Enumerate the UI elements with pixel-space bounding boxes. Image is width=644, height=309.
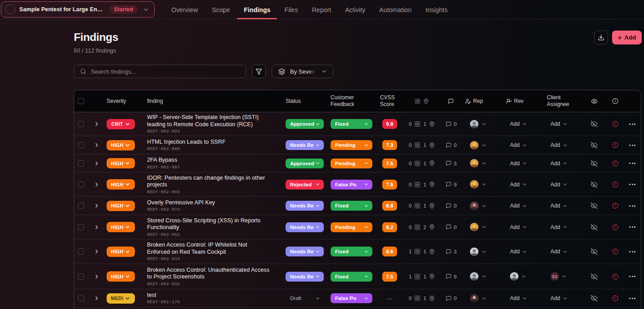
reviewer-add-dropdown[interactable]: Add <box>500 121 540 127</box>
tab-scope[interactable]: Scope <box>212 0 230 19</box>
alert-indicator[interactable] <box>606 248 626 255</box>
client-assignee-add-dropdown[interactable]: Add <box>540 295 581 301</box>
assets-cell[interactable]: 0 2 <box>403 224 439 230</box>
group-by-select[interactable]: By Severity <box>272 65 333 78</box>
reviewer-add-dropdown[interactable]: Add <box>500 295 540 301</box>
reporter-cell[interactable] <box>464 159 500 168</box>
comments-cell[interactable]: 0 <box>439 142 464 148</box>
reporter-cell[interactable] <box>464 247 500 256</box>
comments-cell[interactable]: 3 <box>439 160 464 166</box>
reviewer-add-dropdown[interactable]: Add <box>500 248 540 255</box>
customer-feedback-dropdown[interactable]: Pending <box>331 159 372 168</box>
reporter-cell[interactable] <box>464 272 500 281</box>
reviewer-add-dropdown[interactable]: Add <box>500 160 540 167</box>
expand-row-button[interactable] <box>90 160 103 167</box>
customer-feedback-dropdown[interactable]: Pending <box>331 222 372 232</box>
finding-title[interactable]: HTML Injection Leads to SSRF <box>147 139 284 146</box>
reporter-cell[interactable] <box>464 120 500 128</box>
client-assignee-add-dropdown[interactable]: Add <box>540 121 581 127</box>
assets-cell[interactable]: 0 1 <box>403 142 439 148</box>
row-menu-button[interactable] <box>626 298 641 299</box>
assets-cell[interactable]: 0 1 <box>403 181 439 188</box>
finding-title[interactable]: Overly Permissive API Key <box>147 199 284 207</box>
expand-row-button[interactable] <box>90 121 103 127</box>
select-all-checkbox[interactable] <box>78 98 84 104</box>
tab-activity[interactable]: Activity <box>345 0 365 19</box>
finding-title[interactable]: IDOR: Pentesters can change findings in … <box>147 175 284 189</box>
status-dropdown[interactable]: Needs Re <box>286 247 324 256</box>
severity-badge[interactable]: HIGH <box>107 140 135 150</box>
visibility-toggle[interactable] <box>581 248 606 255</box>
col-header-severity[interactable]: Severity <box>103 98 144 105</box>
status-dropdown[interactable]: Needs Re <box>286 272 324 282</box>
row-checkbox[interactable] <box>78 224 84 230</box>
comments-cell[interactable]: 9 <box>439 181 464 187</box>
reviewer-add-dropdown[interactable]: Add <box>500 224 540 230</box>
tab-automation[interactable]: Automation <box>379 0 411 19</box>
project-selector[interactable]: Sample Pentest for Large En… Started <box>1 1 155 18</box>
assets-cell[interactable]: 1 1 <box>403 274 439 280</box>
col-header-client-assignee[interactable]: Client Assignee <box>540 94 581 108</box>
row-checkbox[interactable] <box>78 295 84 301</box>
customer-feedback-dropdown[interactable]: False Po <box>331 180 372 190</box>
customer-feedback-dropdown[interactable]: Fixed <box>331 201 372 211</box>
tab-insights[interactable]: Insights <box>425 0 447 19</box>
comments-cell[interactable]: 0 <box>439 203 464 209</box>
severity-badge[interactable]: HIGH <box>107 222 135 232</box>
customer-feedback-dropdown[interactable]: Pending <box>331 140 372 150</box>
status-dropdown[interactable]: Draft <box>286 293 324 303</box>
expand-row-button[interactable] <box>90 224 103 230</box>
status-dropdown[interactable]: Needs Re <box>286 201 324 211</box>
comments-cell[interactable]: 3 <box>439 249 464 255</box>
client-assignee-cell[interactable]: C1 <box>540 272 581 281</box>
severity-badge[interactable]: CRIT <box>107 119 135 129</box>
row-checkbox[interactable] <box>78 142 84 148</box>
row-checkbox[interactable] <box>78 274 84 280</box>
reviewer-cell[interactable] <box>500 272 540 281</box>
alert-indicator[interactable] <box>606 224 626 230</box>
col-header-alert[interactable] <box>606 98 626 104</box>
finding-title[interactable]: test <box>147 292 284 299</box>
alert-indicator[interactable] <box>606 295 626 301</box>
alert-indicator[interactable] <box>606 142 626 148</box>
severity-badge[interactable]: HIGH <box>107 179 135 190</box>
reviewer-add-dropdown[interactable]: Add <box>500 181 540 188</box>
visibility-toggle[interactable] <box>581 295 606 302</box>
row-checkbox[interactable] <box>78 181 84 188</box>
client-assignee-add-dropdown[interactable]: Add <box>540 203 581 209</box>
reporter-cell[interactable] <box>464 294 500 303</box>
expand-row-button[interactable] <box>90 248 103 255</box>
row-checkbox[interactable] <box>78 248 84 255</box>
reporter-cell[interactable] <box>464 180 500 189</box>
assets-cell[interactable]: 0 1 <box>403 121 439 127</box>
finding-title[interactable]: Stored Cross-Site Scripting (XSS) in Rep… <box>147 217 284 231</box>
expand-row-button[interactable] <box>90 295 103 301</box>
severity-badge[interactable]: HIGH <box>107 201 135 211</box>
col-header-cvss-score[interactable]: CVSS Score <box>379 94 403 108</box>
row-checkbox[interactable] <box>78 160 84 167</box>
customer-feedback-dropdown[interactable]: False Po <box>331 293 372 303</box>
row-checkbox[interactable] <box>78 121 84 127</box>
col-header-comments[interactable] <box>439 98 464 104</box>
col-header-reporter[interactable]: Rep <box>464 98 500 105</box>
row-menu-button[interactable] <box>626 251 641 252</box>
row-menu-button[interactable] <box>626 205 641 207</box>
row-menu-button[interactable] <box>626 163 641 164</box>
assets-cell[interactable]: 0 1 <box>403 203 439 209</box>
alert-indicator[interactable] <box>606 121 626 127</box>
status-dropdown[interactable]: Approved <box>286 119 324 129</box>
client-assignee-add-dropdown[interactable]: Add <box>540 181 581 188</box>
customer-feedback-dropdown[interactable]: Fixed <box>331 272 372 282</box>
reporter-cell[interactable] <box>464 223 500 231</box>
col-header-customer-feedback[interactable]: Customer Feedback <box>327 94 379 108</box>
severity-badge[interactable]: HIGH <box>107 158 135 168</box>
col-header-status[interactable]: Status <box>284 98 327 105</box>
expand-row-button[interactable] <box>90 203 103 209</box>
alert-indicator[interactable] <box>606 160 626 167</box>
visibility-toggle[interactable] <box>581 160 606 167</box>
customer-feedback-dropdown[interactable]: Fixed <box>331 119 372 129</box>
visibility-toggle[interactable] <box>581 224 606 231</box>
visibility-toggle[interactable] <box>581 120 606 128</box>
comments-cell[interactable]: 9 <box>439 274 464 279</box>
row-menu-button[interactable] <box>626 226 641 228</box>
